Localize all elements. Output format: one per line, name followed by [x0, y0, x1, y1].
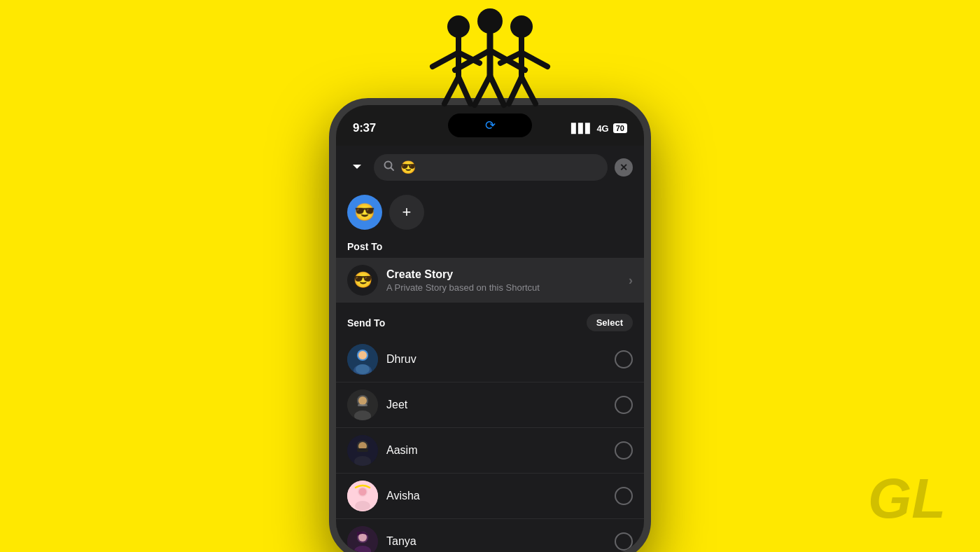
add-contact-button[interactable]: + [389, 195, 424, 230]
contact-radio-jeet[interactable] [615, 396, 633, 414]
svg-line-2 [433, 53, 458, 67]
create-story-row[interactable]: 😎 Create Story A Private Story based on … [336, 258, 644, 303]
story-emoji: 😎 [354, 271, 372, 289]
search-icon [384, 160, 395, 174]
pills-row: 😎 + [336, 189, 644, 238]
contact-avatar-dhruv [347, 344, 378, 375]
svg-line-11 [490, 76, 504, 105]
select-button[interactable]: Select [587, 314, 633, 331]
search-input-container[interactable]: 😎 [374, 154, 608, 181]
contact-avatar-tanya [347, 526, 378, 552]
status-time: 9:37 [353, 121, 376, 135]
contact-avatar-aasim [347, 435, 378, 466]
svg-line-15 [522, 53, 547, 67]
svg-point-0 [447, 15, 470, 38]
contact-avatar-jeet [347, 389, 378, 420]
stick-figures-illustration [413, 0, 567, 126]
svg-line-4 [444, 77, 458, 104]
svg-point-27 [358, 396, 367, 405]
contact-name-dhruv: Dhruv [386, 353, 606, 366]
svg-point-6 [477, 8, 503, 34]
contact-avatar-avisha [347, 481, 378, 511]
svg-line-5 [458, 77, 470, 104]
send-to-header: Send To Select [336, 304, 644, 337]
search-bar[interactable]: 😎 ✕ [336, 146, 644, 189]
contact-radio-tanya[interactable] [615, 532, 633, 551]
add-icon: + [402, 203, 412, 221]
contact-name-jeet: Jeet [386, 399, 606, 411]
svg-rect-28 [358, 404, 368, 406]
contact-row[interactable]: Jeet [336, 382, 644, 428]
svg-point-38 [355, 501, 370, 511]
svg-rect-33 [357, 448, 368, 452]
contact-radio-aasim[interactable] [615, 441, 633, 460]
contact-radio-avisha[interactable] [615, 487, 633, 505]
avatar-emoji: 😎 [354, 202, 375, 222]
svg-point-37 [359, 488, 367, 496]
contact-row[interactable]: Tanya [336, 519, 644, 552]
story-title: Create Story [386, 268, 620, 281]
network-type: 4G [596, 123, 608, 134]
contact-row[interactable]: Aasim [336, 428, 644, 474]
contact-name-aasim: Aasim [386, 444, 606, 457]
phone-device: ⟳ 9:37 ▋▋▋ 4G 70 [329, 98, 651, 552]
battery-badge: 70 [613, 123, 627, 133]
post-to-label: Post To [336, 238, 644, 258]
clear-icon: ✕ [620, 162, 628, 173]
svg-line-19 [391, 168, 394, 171]
svg-line-17 [522, 77, 536, 104]
send-to-label: Send To [347, 317, 385, 329]
contact-row[interactable]: Avisha [336, 474, 644, 519]
contact-list: Dhruv Jeet [336, 337, 644, 552]
story-text: Create Story A Private Story based on th… [386, 268, 620, 293]
search-emoji: 😎 [400, 160, 416, 175]
phone-content: 😎 ✕ 😎 + Post To 😎 [336, 146, 644, 552]
svg-text:GL: GL [868, 467, 946, 523]
guiding-tech-watermark: GL [868, 467, 952, 531]
status-right: ▋▋▋ 4G 70 [571, 123, 627, 134]
svg-point-23 [358, 351, 367, 359]
story-subtitle: A Private Story based on this Shortcut [386, 282, 620, 293]
contact-row[interactable]: Dhruv [336, 337, 644, 382]
svg-line-10 [475, 76, 490, 105]
signal-icon: ▋▋▋ [571, 123, 592, 134]
svg-point-24 [356, 364, 370, 374]
contact-name-tanya: Tanya [386, 535, 606, 548]
chevron-right-icon: › [629, 273, 633, 288]
contact-radio-dhruv[interactable] [615, 350, 633, 368]
story-icon: 😎 [347, 265, 378, 296]
clear-button[interactable]: ✕ [615, 158, 633, 177]
svg-line-16 [509, 77, 522, 104]
selected-contact-avatar[interactable]: 😎 [347, 195, 382, 230]
contact-name-avisha: Avisha [386, 490, 606, 502]
back-arrow-icon[interactable] [347, 159, 367, 177]
phone-wrapper: ⟳ 9:37 ▋▋▋ 4G 70 [329, 98, 651, 552]
svg-point-12 [510, 15, 533, 38]
